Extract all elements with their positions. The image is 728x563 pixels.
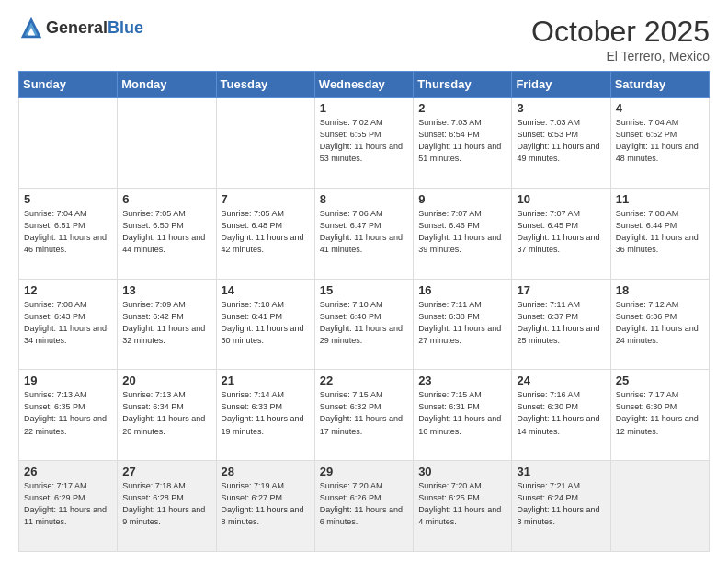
day-info: Sunrise: 7:06 AM Sunset: 6:47 PM Dayligh… <box>320 208 408 256</box>
calendar-cell: 2Sunrise: 7:03 AM Sunset: 6:54 PM Daylig… <box>414 98 512 189</box>
logo-text: GeneralBlue <box>46 18 143 38</box>
day-info: Sunrise: 7:11 AM Sunset: 6:38 PM Dayligh… <box>418 299 506 347</box>
day-number: 28 <box>222 465 310 478</box>
day-number: 24 <box>517 373 605 387</box>
day-info: Sunrise: 7:20 AM Sunset: 6:26 PM Dayligh… <box>320 480 408 528</box>
day-info: Sunrise: 7:16 AM Sunset: 6:30 PM Dayligh… <box>517 389 605 437</box>
calendar-cell <box>118 98 216 189</box>
day-info: Sunrise: 7:07 AM Sunset: 6:46 PM Dayligh… <box>418 208 506 256</box>
day-number: 15 <box>320 283 408 297</box>
calendar-cell: 29Sunrise: 7:20 AM Sunset: 6:26 PM Dayli… <box>314 461 413 552</box>
day-info: Sunrise: 7:17 AM Sunset: 6:29 PM Dayligh… <box>24 480 112 528</box>
month-title: October 2025 <box>531 15 710 49</box>
calendar-cell: 17Sunrise: 7:11 AM Sunset: 6:37 PM Dayli… <box>512 279 610 370</box>
day-number: 31 <box>517 465 605 478</box>
day-info: Sunrise: 7:15 AM Sunset: 6:31 PM Dayligh… <box>418 389 506 437</box>
day-info: Sunrise: 7:13 AM Sunset: 6:34 PM Dayligh… <box>122 389 210 437</box>
calendar-cell: 12Sunrise: 7:08 AM Sunset: 6:43 PM Dayli… <box>19 279 118 370</box>
logo-icon <box>18 15 44 40</box>
calendar-cell: 11Sunrise: 7:08 AM Sunset: 6:44 PM Dayli… <box>610 188 709 279</box>
day-info: Sunrise: 7:13 AM Sunset: 6:35 PM Dayligh… <box>24 389 112 437</box>
day-number: 2 <box>418 101 506 115</box>
day-number: 12 <box>24 283 112 297</box>
calendar-cell <box>216 98 314 189</box>
day-info: Sunrise: 7:08 AM Sunset: 6:44 PM Dayligh… <box>616 208 704 256</box>
day-number: 19 <box>24 373 112 387</box>
calendar-cell <box>19 98 118 189</box>
day-info: Sunrise: 7:03 AM Sunset: 6:54 PM Dayligh… <box>418 117 506 165</box>
header: GeneralBlue October 2025 El Terrero, Mex… <box>18 15 710 63</box>
day-info: Sunrise: 7:04 AM Sunset: 6:52 PM Dayligh… <box>616 117 704 165</box>
calendar-cell: 1Sunrise: 7:02 AM Sunset: 6:55 PM Daylig… <box>314 98 413 189</box>
weekday-row: SundayMondayTuesdayWednesdayThursdayFrid… <box>19 72 710 98</box>
calendar-cell: 18Sunrise: 7:12 AM Sunset: 6:36 PM Dayli… <box>610 279 709 370</box>
logo: GeneralBlue <box>18 15 143 40</box>
calendar-cell: 26Sunrise: 7:17 AM Sunset: 6:29 PM Dayli… <box>19 461 118 552</box>
calendar-cell: 5Sunrise: 7:04 AM Sunset: 6:51 PM Daylig… <box>19 188 118 279</box>
day-number: 23 <box>418 373 506 387</box>
day-number: 7 <box>222 192 310 206</box>
calendar-cell: 21Sunrise: 7:14 AM Sunset: 6:33 PM Dayli… <box>216 370 314 461</box>
day-info: Sunrise: 7:03 AM Sunset: 6:53 PM Dayligh… <box>517 117 605 165</box>
day-info: Sunrise: 7:15 AM Sunset: 6:32 PM Dayligh… <box>320 389 408 437</box>
day-number: 20 <box>122 373 210 387</box>
day-info: Sunrise: 7:21 AM Sunset: 6:24 PM Dayligh… <box>517 480 605 528</box>
calendar-cell: 31Sunrise: 7:21 AM Sunset: 6:24 PM Dayli… <box>512 461 610 552</box>
calendar-cell: 23Sunrise: 7:15 AM Sunset: 6:31 PM Dayli… <box>414 370 512 461</box>
day-number: 3 <box>517 101 605 115</box>
calendar-week-4: 19Sunrise: 7:13 AM Sunset: 6:35 PM Dayli… <box>19 370 710 461</box>
calendar-cell: 10Sunrise: 7:07 AM Sunset: 6:45 PM Dayli… <box>512 188 610 279</box>
weekday-header-friday: Friday <box>512 72 610 98</box>
day-info: Sunrise: 7:18 AM Sunset: 6:28 PM Dayligh… <box>122 480 210 528</box>
calendar-cell: 16Sunrise: 7:11 AM Sunset: 6:38 PM Dayli… <box>414 279 512 370</box>
calendar-cell: 14Sunrise: 7:10 AM Sunset: 6:41 PM Dayli… <box>216 279 314 370</box>
calendar-cell: 7Sunrise: 7:05 AM Sunset: 6:48 PM Daylig… <box>216 188 314 279</box>
calendar-header: SundayMondayTuesdayWednesdayThursdayFrid… <box>19 72 710 98</box>
calendar-cell: 30Sunrise: 7:20 AM Sunset: 6:25 PM Dayli… <box>414 461 512 552</box>
title-block: October 2025 El Terrero, Mexico <box>531 15 710 63</box>
calendar-cell: 9Sunrise: 7:07 AM Sunset: 6:46 PM Daylig… <box>414 188 512 279</box>
day-info: Sunrise: 7:09 AM Sunset: 6:42 PM Dayligh… <box>122 299 210 347</box>
day-info: Sunrise: 7:20 AM Sunset: 6:25 PM Dayligh… <box>418 480 506 528</box>
day-number: 25 <box>616 373 704 387</box>
day-number: 13 <box>122 283 210 297</box>
day-number: 22 <box>320 373 408 387</box>
calendar-week-2: 5Sunrise: 7:04 AM Sunset: 6:51 PM Daylig… <box>19 188 710 279</box>
day-number: 10 <box>517 192 605 206</box>
calendar-cell: 8Sunrise: 7:06 AM Sunset: 6:47 PM Daylig… <box>314 188 413 279</box>
day-number: 27 <box>122 465 210 478</box>
day-info: Sunrise: 7:10 AM Sunset: 6:41 PM Dayligh… <box>222 299 310 347</box>
day-number: 6 <box>122 192 210 206</box>
calendar-table: SundayMondayTuesdayWednesdayThursdayFrid… <box>18 71 710 552</box>
weekday-header-thursday: Thursday <box>414 72 512 98</box>
calendar-cell: 24Sunrise: 7:16 AM Sunset: 6:30 PM Dayli… <box>512 370 610 461</box>
day-number: 4 <box>616 101 704 115</box>
calendar-cell: 3Sunrise: 7:03 AM Sunset: 6:53 PM Daylig… <box>512 98 610 189</box>
calendar-week-1: 1Sunrise: 7:02 AM Sunset: 6:55 PM Daylig… <box>19 98 710 189</box>
calendar-cell: 15Sunrise: 7:10 AM Sunset: 6:40 PM Dayli… <box>314 279 413 370</box>
calendar-cell: 20Sunrise: 7:13 AM Sunset: 6:34 PM Dayli… <box>118 370 216 461</box>
calendar-cell: 19Sunrise: 7:13 AM Sunset: 6:35 PM Dayli… <box>19 370 118 461</box>
day-info: Sunrise: 7:12 AM Sunset: 6:36 PM Dayligh… <box>616 299 704 347</box>
day-number: 9 <box>418 192 506 206</box>
calendar-week-3: 12Sunrise: 7:08 AM Sunset: 6:43 PM Dayli… <box>19 279 710 370</box>
weekday-header-saturday: Saturday <box>610 72 709 98</box>
calendar-cell: 6Sunrise: 7:05 AM Sunset: 6:50 PM Daylig… <box>118 188 216 279</box>
day-info: Sunrise: 7:05 AM Sunset: 6:50 PM Dayligh… <box>122 208 210 256</box>
day-info: Sunrise: 7:05 AM Sunset: 6:48 PM Dayligh… <box>222 208 310 256</box>
day-info: Sunrise: 7:10 AM Sunset: 6:40 PM Dayligh… <box>320 299 408 347</box>
location-subtitle: El Terrero, Mexico <box>531 49 710 63</box>
page: GeneralBlue October 2025 El Terrero, Mex… <box>0 0 728 563</box>
calendar-cell: 13Sunrise: 7:09 AM Sunset: 6:42 PM Dayli… <box>118 279 216 370</box>
day-number: 5 <box>24 192 112 206</box>
day-number: 26 <box>24 465 112 478</box>
calendar-cell <box>610 461 709 552</box>
weekday-header-monday: Monday <box>118 72 216 98</box>
day-number: 30 <box>418 465 506 478</box>
weekday-header-sunday: Sunday <box>19 72 118 98</box>
day-number: 16 <box>418 283 506 297</box>
day-number: 14 <box>222 283 310 297</box>
day-info: Sunrise: 7:11 AM Sunset: 6:37 PM Dayligh… <box>517 299 605 347</box>
calendar-cell: 27Sunrise: 7:18 AM Sunset: 6:28 PM Dayli… <box>118 461 216 552</box>
weekday-header-tuesday: Tuesday <box>216 72 314 98</box>
